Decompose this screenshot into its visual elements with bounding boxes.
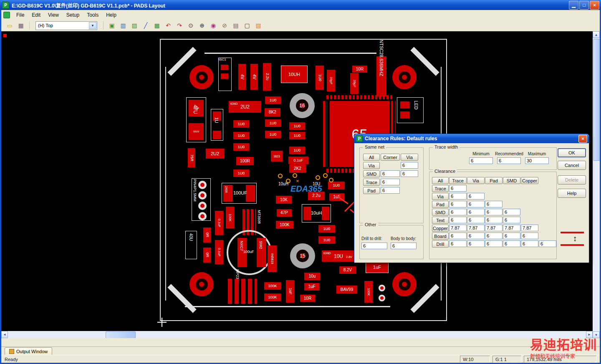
scroll-left-icon[interactable]: ◄ (1, 331, 8, 338)
same-net-row-trace[interactable]: Trace (363, 179, 380, 186)
clearance-cell[interactable]: 6 (503, 209, 520, 215)
clearance-cell[interactable]: 6 (449, 233, 467, 239)
clearance-row-pad[interactable]: Pad (432, 201, 449, 208)
horizontal-scrollbar[interactable]: ◄ ► (1, 331, 593, 338)
clearance-cell[interactable]: 6 (467, 217, 485, 223)
clearance-row-drill[interactable]: Drill (432, 240, 449, 248)
clearance-row-trace[interactable]: Trace (432, 185, 449, 192)
save-icon[interactable]: ▦ (16, 20, 26, 30)
same-net-col-corner[interactable]: Corner (381, 154, 400, 161)
open-icon[interactable]: ▭ (5, 20, 15, 30)
minimize-button[interactable]: ▁ (569, 1, 578, 10)
window-icon[interactable]: ▢ (242, 20, 252, 30)
route-icon[interactable]: ╱ (141, 20, 151, 30)
clearance-row-via[interactable]: Via (432, 193, 449, 200)
scroll-down-icon[interactable]: ▼ (593, 331, 600, 338)
menu-setup[interactable]: Setup (63, 11, 83, 19)
chevron-down-icon[interactable]: ▼ (89, 22, 96, 29)
clearance-cell[interactable]: 6 (467, 193, 485, 200)
same-net-col-via[interactable]: Via (401, 154, 418, 161)
trace-width-input[interactable]: 30 (525, 157, 549, 164)
clearance-cell[interactable]: 6 (449, 201, 467, 207)
same-net-cell[interactable]: 6 (381, 170, 400, 177)
clearance-cell[interactable]: 6 (485, 217, 503, 223)
help-button[interactable]: Help (558, 189, 586, 198)
other-field-input[interactable]: 6 (391, 243, 417, 249)
other-field-input[interactable]: 6 (361, 243, 387, 249)
same-net-row-via[interactable]: Via (363, 162, 380, 169)
menu-file[interactable]: File (13, 11, 28, 19)
clearance-cell[interactable]: 6 (449, 185, 467, 192)
dialog-title-bar[interactable]: P Clearance Rules: Default rules × (354, 134, 589, 143)
zoom-icon[interactable]: ⊙ (186, 20, 196, 30)
cancel-button[interactable]: Cancel (558, 161, 586, 170)
ok-button[interactable]: OK (558, 148, 586, 157)
clearance-row-smd[interactable]: SMD (432, 209, 449, 216)
clearance-col-via[interactable]: Via (467, 177, 485, 184)
clearance-cell[interactable]: 6 (449, 193, 467, 200)
clearance-cell[interactable]: 6 (449, 217, 467, 223)
clearance-col-pad[interactable]: Pad (485, 177, 503, 184)
clearance-cell[interactable]: 6 (449, 240, 467, 247)
trace-width-input[interactable]: 6 (497, 157, 521, 164)
clearance-cell[interactable]: 6 (467, 233, 485, 239)
clearance-cell[interactable]: 7.87 (503, 225, 520, 231)
horizontal-scroll-thumb[interactable] (106, 331, 136, 339)
design-icon[interactable]: ▣ (107, 20, 117, 30)
camera-icon[interactable]: ▤ (231, 20, 241, 30)
zoom-in-icon[interactable]: ⊕ (197, 20, 207, 30)
clean-icon[interactable]: ⊘ (220, 20, 230, 30)
clearance-cell[interactable]: 6 (485, 209, 503, 215)
same-net-row-pad[interactable]: Pad (363, 187, 380, 194)
close-button[interactable]: × (590, 1, 599, 10)
menu-view[interactable]: View (44, 11, 63, 19)
redo-icon[interactable]: ↷ (174, 20, 184, 30)
clearance-cell[interactable]: 6 (503, 233, 520, 239)
restore-button[interactable]: □ (579, 1, 589, 10)
clearance-cell[interactable]: 6 (503, 240, 520, 247)
columns-icon[interactable]: ▥ (118, 20, 128, 30)
clearance-cell[interactable]: 6 (485, 233, 503, 239)
same-net-cell[interactable]: 6 (381, 187, 400, 194)
clearance-row-board[interactable]: Board (432, 233, 449, 240)
same-net-row-smd[interactable]: SMD (363, 170, 380, 177)
clearance-col-trace[interactable]: Trace (449, 177, 467, 184)
menu-help[interactable]: Help (102, 11, 120, 19)
clearance-cell[interactable]: 6 (485, 240, 503, 247)
scroll-up-icon[interactable]: ▲ (593, 31, 600, 38)
layer-selector-combo[interactable]: (H) Top ▼ (35, 21, 97, 30)
clearance-cell[interactable]: 6 (467, 201, 485, 207)
clearance-cell[interactable]: 6 (521, 240, 538, 247)
tab-output-window[interactable]: Output Window (5, 347, 52, 355)
vertical-scroll-thumb[interactable] (593, 39, 600, 161)
grid-icon[interactable]: ▩ (152, 20, 162, 30)
clearance-col-all[interactable]: All (432, 177, 449, 184)
same-net-cell[interactable]: 6 (401, 162, 418, 169)
clearance-cell[interactable]: 6 (539, 240, 556, 247)
clearance-cell[interactable]: 7.87 (521, 225, 538, 231)
clearance-row-text[interactable]: Text (432, 217, 449, 224)
vertical-scrollbar[interactable]: ▲ ▼ (593, 31, 600, 338)
layers-icon[interactable]: ▧ (253, 20, 263, 30)
clearance-cell[interactable]: 6 (467, 209, 485, 215)
undo-icon[interactable]: ↶ (163, 20, 173, 30)
same-net-cell[interactable]: 6 (401, 170, 418, 177)
trace-width-input[interactable]: 6 (469, 157, 493, 164)
delete-button[interactable]: Delete (558, 175, 586, 185)
clearance-cell[interactable]: 6 (521, 233, 538, 239)
clearance-cell[interactable]: 6 (485, 201, 503, 207)
clearance-col-smd[interactable]: SMD (503, 177, 520, 184)
clearance-row-copper[interactable]: Copper (432, 225, 449, 232)
scroll-right-icon[interactable]: ► (586, 331, 593, 338)
color-icon[interactable]: ◉ (208, 20, 218, 30)
clearance-cell[interactable]: 7.87 (449, 225, 467, 231)
same-net-cell[interactable]: 6 (381, 179, 400, 185)
same-net-col-all[interactable]: All (363, 154, 380, 161)
clearance-cell[interactable]: 7.87 (485, 225, 503, 231)
clearance-col-copper[interactable]: Copper (521, 177, 538, 184)
clearance-cell[interactable]: 7.87 (467, 225, 485, 231)
clearance-cell[interactable]: 6 (503, 217, 520, 223)
menu-edit[interactable]: Edit (28, 11, 44, 19)
dialog-close-icon[interactable]: × (578, 135, 587, 143)
menu-tools[interactable]: Tools (83, 11, 102, 19)
